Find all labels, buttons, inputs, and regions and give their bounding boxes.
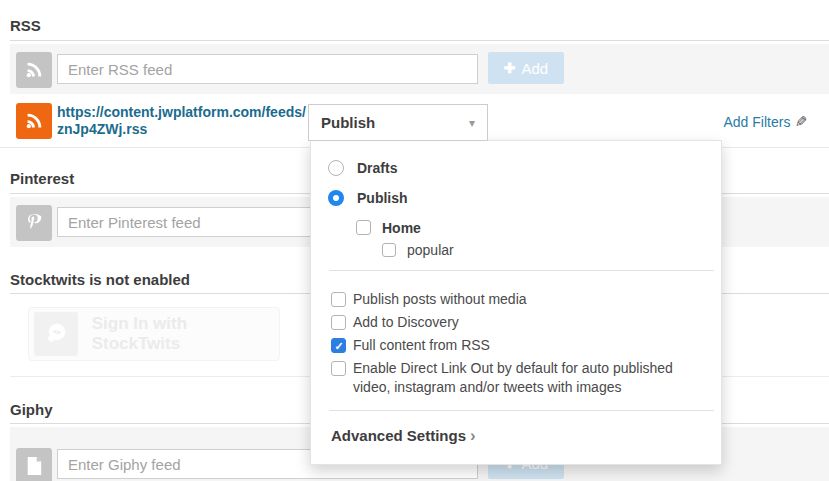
publish-status-value: Publish [321,114,469,131]
rss-feed-input[interactable] [57,54,478,84]
checkbox-add-to-discovery-label[interactable]: Add to Discovery [353,313,459,332]
checkbox-home-label[interactable]: Home [382,220,421,236]
stocktwits-icon [34,312,78,356]
caret-down-icon: ▾ [469,116,475,130]
pinterest-heading: Pinterest [10,170,74,187]
advanced-settings-label: Advanced Settings [331,427,466,444]
checkbox-publish-without-media-label[interactable]: Publish posts without media [353,290,527,309]
stocktwits-signin-label: Sign In with StockTwits [92,314,279,354]
rss-glyph [23,59,45,81]
stocktwits-glyph [42,320,70,348]
checkbox-popular[interactable] [382,243,396,257]
rss-icon [16,52,52,88]
radio-publish-label[interactable]: Publish [357,190,408,206]
checkbox-direct-link-out[interactable] [331,361,346,376]
checkbox-popular-label[interactable]: popular [407,241,454,260]
rss-add-button[interactable]: ✚ Add [488,52,564,84]
giphy-heading: Giphy [10,401,53,418]
add-filters-label: Add Filters [724,114,791,130]
pinterest-glyph [24,211,44,235]
plus-icon: ✚ [504,60,516,76]
checkbox-full-content-rss-label[interactable]: Full content from RSS [353,336,490,355]
stocktwits-signin-button[interactable]: Sign In with StockTwits [28,307,280,361]
radio-drafts-label[interactable]: Drafts [357,160,397,176]
feeds-settings-page: RSS ✚ Add https://content.jwplatform.com… [0,0,829,481]
rss-feed-url-link[interactable]: https://content.jwplatform.com/feeds/znJ… [57,104,309,138]
rss-feed-icon [16,103,52,139]
dropdown-divider-bottom [329,410,714,411]
radio-publish[interactable] [328,190,344,206]
checkbox-publish-without-media[interactable] [331,292,346,307]
advanced-settings-link[interactable]: Advanced Settings › [331,427,476,444]
checkbox-full-content-rss[interactable] [331,338,346,353]
giphy-icon [16,448,52,481]
checkbox-home[interactable] [356,220,371,235]
pencil-icon: ✎ [795,113,808,131]
chevron-right-icon: › [470,428,476,443]
document-glyph [25,455,43,477]
pinterest-icon [16,205,52,241]
add-filters-link[interactable]: Add Filters ✎ [724,113,809,131]
checkbox-direct-link-out-label[interactable]: Enable Direct Link Out by default for au… [353,359,713,397]
rss-heading: RSS [10,17,41,34]
rss-divider [10,40,829,41]
radio-drafts[interactable] [328,160,344,176]
checkbox-add-to-discovery[interactable] [331,315,346,330]
publish-status-select[interactable]: Publish ▾ [308,104,488,141]
dropdown-divider-top [329,270,714,271]
rss-add-row: ✚ Add [10,44,829,94]
rss-add-label: Add [522,60,549,77]
rss-glyph [23,110,45,132]
publish-options-dropdown: Drafts Publish Home popular Publish post… [310,140,722,465]
stocktwits-heading: Stocktwits is not enabled [10,271,190,288]
